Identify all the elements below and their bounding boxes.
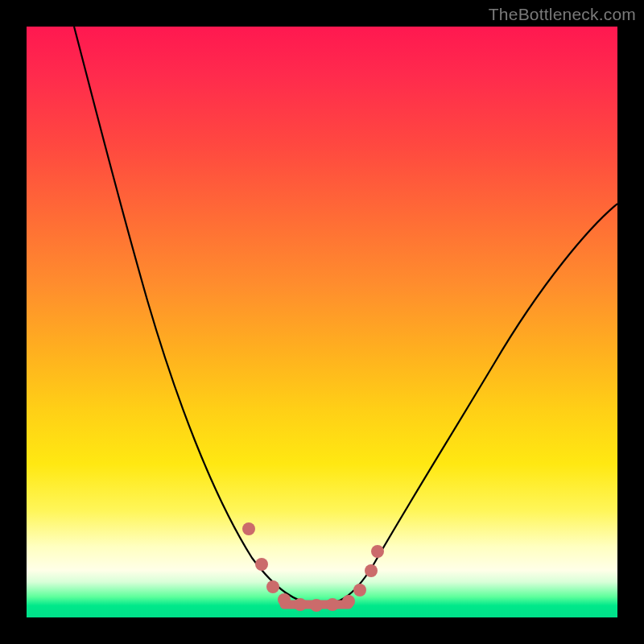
svg-point-1 xyxy=(255,558,268,571)
svg-point-5 xyxy=(310,599,323,612)
bottleneck-curve xyxy=(74,27,617,605)
curve-overlay xyxy=(27,27,617,617)
svg-point-8 xyxy=(353,584,366,597)
svg-point-6 xyxy=(326,598,339,611)
plot-area xyxy=(27,27,617,617)
svg-point-9 xyxy=(365,564,378,577)
svg-point-0 xyxy=(242,522,255,535)
watermark-text: TheBottleneck.com xyxy=(489,5,636,24)
svg-point-4 xyxy=(294,598,307,611)
marker-dots xyxy=(242,522,384,612)
svg-point-7 xyxy=(342,595,355,608)
svg-point-2 xyxy=(266,580,279,593)
svg-point-10 xyxy=(371,545,384,558)
svg-point-3 xyxy=(278,593,291,606)
chart-frame: TheBottleneck.com xyxy=(0,0,644,644)
